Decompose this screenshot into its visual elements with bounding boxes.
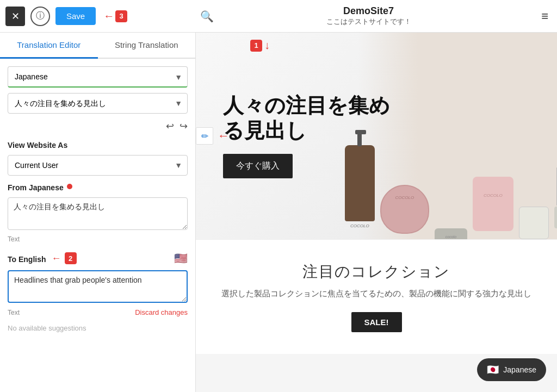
sidebar-content: Japanese English French ▼ 人々の注目を集める見出し ▼… (0, 59, 195, 340)
to-textarea[interactable]: Headlines that grab people's attention (8, 270, 188, 303)
website-preview: ✏ 1 ↓ ← 人々の注目を集める見出し 今すぐ購入 (196, 33, 557, 392)
product-label-1: COCOLO (350, 223, 369, 228)
discard-link[interactable]: Discard changes (135, 308, 188, 316)
from-type-label: Text (8, 235, 188, 243)
site-title: DemoSite7 (343, 5, 394, 17)
to-english-row: To English ← 2 🇺🇸 (8, 252, 188, 265)
string-select-wrapper: 人々の注目を集める見出し ▼ (8, 93, 188, 114)
from-label: From Japanese (8, 183, 64, 192)
hero-text-area: 人々の注目を集める見出し 今すぐ購入 (223, 94, 408, 178)
language-select[interactable]: Japanese English French (8, 66, 188, 88)
tab-translation-editor[interactable]: Translation Editor (0, 33, 98, 59)
string-select[interactable]: 人々の注目を集める見出し (8, 93, 188, 114)
to-label: To English (8, 255, 46, 264)
to-type-label: Text (8, 309, 20, 316)
arrow-to-edit: ← (218, 129, 230, 143)
view-website-as-label: View Website As (8, 141, 188, 150)
pencil-icon: ✏ (201, 131, 208, 141)
view-as-select[interactable]: Current User Guest Admin (8, 155, 188, 176)
language-button[interactable]: 🇯🇵 Japanese (477, 358, 546, 381)
annotation-2-badge: 2 (65, 252, 77, 264)
product-pink-jar-2: COCOLO (473, 174, 513, 228)
lang-button-label: Japanese (503, 365, 536, 374)
site-subtitle: ここはテストサイトです！ (326, 17, 411, 27)
product-pink-jar: COCOLO (380, 179, 429, 228)
product-diffuser (554, 159, 557, 228)
search-icon[interactable]: 🔍 (200, 10, 214, 23)
collection-section: 注目のコレクション 選択した製品コレクションに焦点を当てるための、製品の機能に関… (196, 239, 557, 354)
sale-button[interactable]: SALE! (351, 312, 402, 332)
product-clear-jar (519, 196, 549, 228)
suggestions-label: No available suggestions (8, 324, 188, 332)
annotation-1-badge: 1 (250, 40, 262, 52)
language-select-wrapper: Japanese English French ▼ (8, 66, 188, 88)
top-bar: ✕ ⓘ Save ← 3 🔍 DemoSite7 ここはテストサイトです！ ≡ (0, 0, 557, 33)
hero-buy-button[interactable]: 今すぐ購入 (223, 154, 293, 178)
undo-button[interactable]: ↩ (166, 120, 174, 132)
tab-string-translation[interactable]: String Translation (98, 33, 196, 59)
product-tin: cocolo (435, 212, 467, 228)
top-bar-left: ✕ ⓘ Save ← 3 (0, 7, 196, 26)
tab-bar: Translation Editor String Translation (0, 33, 195, 59)
english-flag-icon: 🇺🇸 (174, 252, 188, 265)
lang-flag-icon: 🇯🇵 (487, 364, 499, 376)
hero-heading: 人々の注目を集める見出し (223, 94, 408, 143)
text-label-row: Text Discard changes (8, 308, 188, 316)
from-label-row: From Japanese (8, 181, 188, 192)
edit-overlay-button[interactable]: ✏ (196, 127, 213, 145)
annotation-1-wrapper: 1 ↓ (250, 39, 270, 52)
annotation-3-badge: 3 (115, 10, 127, 22)
info-button[interactable]: ⓘ (30, 7, 50, 26)
sidebar: Translation Editor String Translation Ja… (0, 33, 196, 392)
collection-title: 注目のコレクション (207, 262, 546, 282)
from-textarea[interactable]: 人々の注目を集める見出し (8, 197, 188, 230)
collection-subtitle: 選択した製品コレクションに焦点を当てるための、製品の機能に関する強力な見出し (213, 289, 540, 299)
view-as-select-wrapper: Current User Guest Admin ▼ (8, 155, 188, 176)
annotation-2-wrapper: To English ← 2 (8, 252, 77, 264)
save-button[interactable]: Save (55, 7, 96, 25)
undo-redo-bar: ↩ ↪ (8, 119, 188, 133)
required-dot (67, 184, 72, 189)
main-area: Translation Editor String Translation Ja… (0, 33, 557, 392)
hero-section: ✏ 1 ↓ ← 人々の注目を集める見出し 今すぐ購入 (196, 33, 557, 239)
hamburger-icon[interactable]: ≡ (541, 9, 548, 23)
site-info: DemoSite7 ここはテストサイトです！ (196, 5, 541, 27)
close-button[interactable]: ✕ (5, 7, 25, 26)
redo-button[interactable]: ↪ (180, 120, 188, 132)
